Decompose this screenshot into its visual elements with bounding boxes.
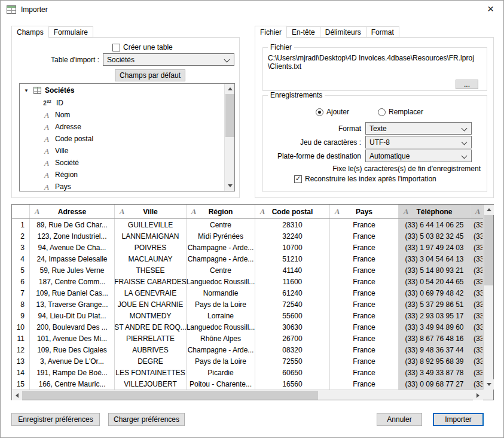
cell: France <box>330 378 399 390</box>
platform-select[interactable]: Automatique <box>365 150 472 162</box>
table-row[interactable]: 10200, Boulevard Des ...ST ANDRE DE ROQ.… <box>12 321 483 333</box>
tree-field-pays[interactable]: APays <box>20 181 234 191</box>
column-header-pays[interactable]: APays <box>330 205 399 218</box>
column-header-r-gion[interactable]: ARégion <box>187 205 255 218</box>
tab-en-tete[interactable]: En-tête <box>286 26 320 38</box>
platform-label: Plate-forme de destination <box>277 152 361 160</box>
alpha-field-icon: A <box>42 159 51 167</box>
cell: Picardie <box>187 367 255 378</box>
tab-delimiteurs[interactable]: Délimiteurs <box>320 26 366 38</box>
tab-fichier[interactable]: Fichier <box>255 26 287 38</box>
table-row[interactable]: 14191, Rampe De Boé...LES FONTAINETTESPi… <box>12 367 483 378</box>
table-row[interactable]: 994, Lieu-Dit Du Plat...MONTMEDYLorraine… <box>12 310 483 321</box>
column-header-code-postal[interactable]: ACode postal <box>255 205 330 218</box>
row-number: 1 <box>12 219 30 230</box>
browse-button[interactable]: ... <box>456 80 478 89</box>
tree-field-adresse[interactable]: AAdresse <box>20 121 234 133</box>
fields-tree: ▼ Sociétés 232IDANomAAdresseACode postal… <box>19 83 235 191</box>
cell: 89, Rue De Gd Char... <box>30 219 115 230</box>
tab-format[interactable]: Format <box>366 26 399 38</box>
save-preferences-button[interactable]: Enregistrer préférences <box>11 413 100 426</box>
cell: (33) 9 48 36 37 44 <box>399 344 471 355</box>
table-row[interactable]: 7109, Rue Daniel Cas...LA GENEVRAIENorma… <box>12 287 483 299</box>
rebuild-index-checkbox[interactable]: ✓ <box>294 175 302 183</box>
field-name: Pays <box>55 182 71 191</box>
default-fields-button[interactable]: Champs par défaut <box>115 69 185 81</box>
eol-note: Fixe le(s) caractères(s) de fin d'enregi… <box>332 165 481 173</box>
table-row[interactable]: 6187, Centre Comm...FRAISSE CABARDESLang… <box>12 276 483 287</box>
alpha-field-icon: A <box>42 123 51 131</box>
column-header-ville[interactable]: AVille <box>115 205 187 218</box>
table-row[interactable]: 15166, Centre Mauric...VILLEJOUBERTPoito… <box>12 378 483 390</box>
tab-formulaire[interactable]: Formulaire <box>48 26 93 38</box>
cell: 51210 <box>255 253 330 264</box>
radio-replace-row: Remplacer <box>378 108 423 116</box>
tree-field-nom[interactable]: ANom <box>20 109 234 121</box>
cell: (33 <box>471 219 483 230</box>
tree-scroll-thumb[interactable] <box>225 94 234 137</box>
grid-content: AAdresseAVilleARégionACode postalAPaysAT… <box>12 205 483 390</box>
column-title: Pays <box>356 208 372 216</box>
cell: 101, Avenue Des Mi... <box>30 333 115 344</box>
create-table-checkbox[interactable] <box>112 44 120 51</box>
cell: (33) 0 69 79 48 42 <box>399 287 471 299</box>
close-icon[interactable]: × <box>487 2 494 16</box>
tab-champs[interactable]: Champs <box>11 26 49 38</box>
cell: France <box>330 367 399 378</box>
table-row[interactable]: 189, Rue De Gd Char...GUILLEVILLECentre2… <box>12 219 483 230</box>
table-row[interactable]: 424, Impasse DelesalleMACLAUNAYChampagne… <box>12 253 483 264</box>
grid-hscroll-thumb[interactable] <box>22 391 318 400</box>
scroll-up-icon[interactable] <box>484 205 494 215</box>
tree-scrollbar[interactable] <box>224 84 234 191</box>
app-icon <box>7 5 16 14</box>
cell: FRAISSE CABARDES <box>115 276 187 287</box>
cell: Languedoc Roussill... <box>187 321 255 333</box>
tree-field-code-postal[interactable]: ACode postal <box>20 133 234 145</box>
window-title: Importer <box>21 5 48 14</box>
format-value: Texte <box>369 124 387 133</box>
column-header-t-l-phone[interactable]: ATéléphone <box>399 205 471 218</box>
table-row[interactable]: 559, Rue Jules VerneTHESEECentre41140Fra… <box>12 264 483 276</box>
cell: 109, Rue Des Cigales <box>30 344 115 355</box>
radio-remplacer[interactable] <box>378 108 386 116</box>
tree-field-r-gion[interactable]: ARégion <box>20 169 234 181</box>
tree-field-id[interactable]: 232ID <box>20 97 234 109</box>
grid-vscroll-thumb[interactable] <box>484 215 493 285</box>
table-icon <box>33 87 41 94</box>
scroll-right-icon[interactable] <box>473 390 483 400</box>
table-row[interactable]: 394, Avenue De Cha...POIVRESChampagne - … <box>12 242 483 253</box>
field-name: ID <box>56 99 63 107</box>
table-row[interactable]: 11101, Avenue Des Mi...PIERRELATTERhône … <box>12 333 483 344</box>
row-number: 11 <box>12 333 30 344</box>
cell: France <box>330 344 399 355</box>
cell: France <box>330 310 399 321</box>
load-preferences-button[interactable]: Charger préférences <box>108 413 185 426</box>
expander-icon[interactable]: ▼ <box>24 88 30 93</box>
scroll-left-icon[interactable] <box>12 390 22 400</box>
charset-select[interactable]: UTF-8 <box>365 136 472 148</box>
format-select[interactable]: Texte <box>365 122 472 135</box>
table-row[interactable]: 12109, Rue Des CigalesAUBRIVESChampagne … <box>12 344 483 355</box>
grid-horizontal-scrollbar[interactable] <box>12 390 483 400</box>
tree-root-row[interactable]: ▼ Sociétés <box>20 84 234 97</box>
scroll-down-icon[interactable] <box>484 379 494 390</box>
cancel-button[interactable]: Annuler <box>377 413 422 426</box>
table-row[interactable]: 2123, Zone Industriel...LANNEMAIGNANMidi… <box>12 230 483 242</box>
create-table-row: Créer une table <box>112 43 173 51</box>
scroll-down-icon[interactable] <box>225 181 235 191</box>
cell: France <box>330 333 399 344</box>
radio-ajouter[interactable] <box>316 108 323 116</box>
column-header-extra[interactable]: A <box>471 205 483 218</box>
alpha-field-icon: A <box>258 208 267 215</box>
scroll-up-icon[interactable] <box>225 84 235 94</box>
import-button[interactable]: Importer <box>433 413 484 426</box>
tree-field-ville[interactable]: AVille <box>20 145 234 157</box>
table-row[interactable]: 813, Traverse Grange...JOUE EN CHARNIEPa… <box>12 299 483 310</box>
platform-row: Plate-forme de destination Automatique <box>263 150 487 162</box>
tree-field-soci-t[interactable]: ASociété <box>20 157 234 169</box>
column-header-adresse[interactable]: AAdresse <box>30 205 115 218</box>
grid-vertical-scrollbar[interactable] <box>483 205 493 390</box>
cell: (33 <box>471 242 483 253</box>
table-row[interactable]: 133, Avenue De L'Or...DEGREPays de la Lo… <box>12 355 483 367</box>
import-table-select[interactable]: Sociétés <box>103 53 234 66</box>
